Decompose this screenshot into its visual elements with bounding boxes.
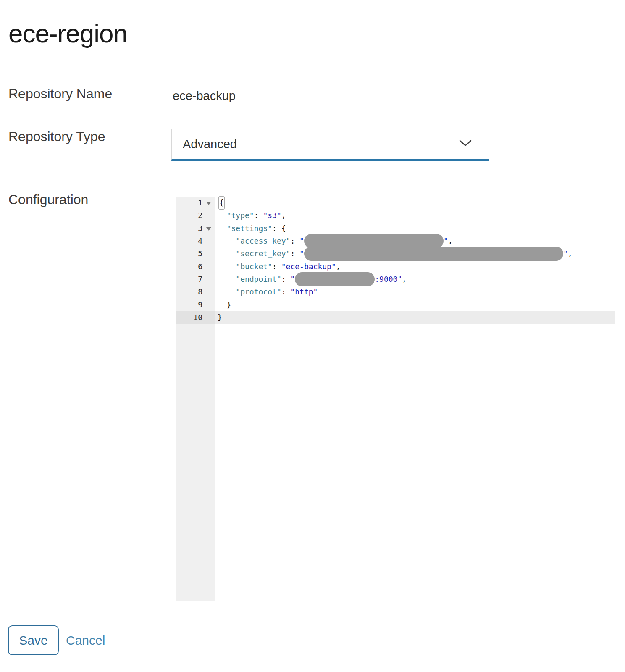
gutter-line-number[interactable]: 7 (176, 273, 215, 286)
code-token (218, 286, 236, 298)
fold-arrow-icon[interactable] (206, 227, 211, 231)
code-token: } (218, 299, 231, 311)
gutter-line-number[interactable]: 8 (176, 286, 215, 298)
editor-gutter: 12345678910 (176, 197, 215, 601)
code-token: : (272, 260, 281, 273)
code-token: "secret_key" (236, 247, 290, 260)
code-token: "settings" (227, 222, 272, 235)
code-token: "endpoint" (236, 273, 281, 286)
code-token (218, 235, 236, 247)
gutter-line-number[interactable]: 5 (176, 247, 215, 260)
code-token: : { (272, 222, 286, 235)
repository-type-label: Repository Type (8, 129, 105, 144)
code-token: , (402, 273, 407, 286)
code-line[interactable]: } (215, 299, 615, 311)
code-line[interactable]: "protocol": "http" (215, 286, 615, 298)
repository-name-label: Repository Name (8, 86, 112, 102)
code-token: : (290, 235, 299, 247)
code-token (218, 260, 236, 273)
gutter-line-number[interactable]: 9 (176, 299, 215, 311)
repository-type-selected-option: Advanced (183, 137, 459, 151)
code-token: " (563, 247, 568, 260)
code-line[interactable]: "secret_key": "", (215, 247, 615, 260)
code-line[interactable]: "type": "s3", (215, 209, 615, 222)
code-token: : (290, 247, 299, 260)
repository-name-value: ece-backup (173, 89, 236, 103)
gutter-line-number[interactable]: 6 (176, 260, 215, 273)
code-token: , (336, 260, 341, 273)
code-token: "protocol" (236, 286, 281, 298)
gutter-line-number[interactable]: 3 (176, 222, 215, 235)
code-token: :9000" (375, 273, 402, 286)
configuration-label: Configuration (8, 192, 88, 207)
code-token: : (281, 286, 291, 298)
code-token: " (290, 273, 295, 286)
code-line[interactable]: "settings": { (215, 222, 615, 235)
code-line[interactable]: "bucket": "ece-backup", (215, 260, 615, 273)
redacted-value (304, 234, 444, 248)
code-token: "s3" (263, 209, 281, 222)
page-title: ece-region (8, 18, 127, 48)
redacted-value (304, 247, 563, 261)
code-line[interactable]: "endpoint": ":9000", (215, 273, 615, 286)
code-token: "bucket" (236, 260, 272, 273)
gutter-line-number[interactable]: 1 (176, 197, 215, 209)
code-token: , (568, 247, 572, 260)
code-token: : (281, 273, 291, 286)
gutter-line-number[interactable]: 10 (176, 311, 215, 324)
code-token (218, 247, 236, 260)
code-token: { (218, 196, 225, 210)
save-button[interactable]: Save (8, 625, 59, 655)
gutter-line-number[interactable]: 2 (176, 209, 215, 222)
code-token: " (299, 247, 304, 260)
code-line[interactable]: } (215, 311, 615, 324)
chevron-down-icon (459, 139, 472, 149)
code-token: "access_key" (236, 235, 290, 247)
gutter-line-number[interactable]: 4 (176, 235, 215, 247)
code-token: " (444, 235, 448, 247)
configuration-code-editor[interactable]: 12345678910 { "type": "s3", "settings": … (176, 197, 615, 601)
repository-edit-page: ece-region Repository Name ece-backup Re… (0, 0, 625, 672)
code-token: } (218, 311, 222, 324)
code-token (218, 222, 227, 235)
code-token: " (299, 235, 304, 247)
code-token: "http" (290, 286, 318, 298)
redacted-value (295, 272, 375, 286)
repository-type-select[interactable]: Advanced (171, 129, 489, 161)
code-token (218, 273, 236, 286)
cancel-link[interactable]: Cancel (66, 625, 105, 655)
code-token (218, 209, 227, 222)
code-line[interactable]: "access_key": "", (215, 235, 615, 247)
code-line[interactable]: { (215, 197, 615, 209)
code-token: "type" (227, 209, 254, 222)
code-token: : (254, 209, 263, 222)
fold-arrow-icon[interactable] (206, 202, 211, 205)
editor-content[interactable]: { "type": "s3", "settings": { "access_ke… (215, 197, 615, 601)
code-token: , (448, 235, 453, 247)
code-token: "ece-backup" (281, 260, 336, 273)
code-token: , (281, 209, 286, 222)
